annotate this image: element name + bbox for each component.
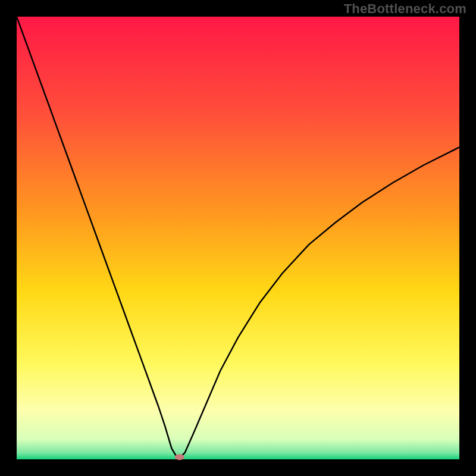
bottleneck-chart	[0, 0, 476, 476]
watermark-text: TheBottleneck.com	[344, 1, 466, 17]
optimal-point-marker	[175, 454, 184, 460]
gradient-background	[17, 17, 459, 459]
chart-frame: TheBottleneck.com	[0, 0, 476, 476]
